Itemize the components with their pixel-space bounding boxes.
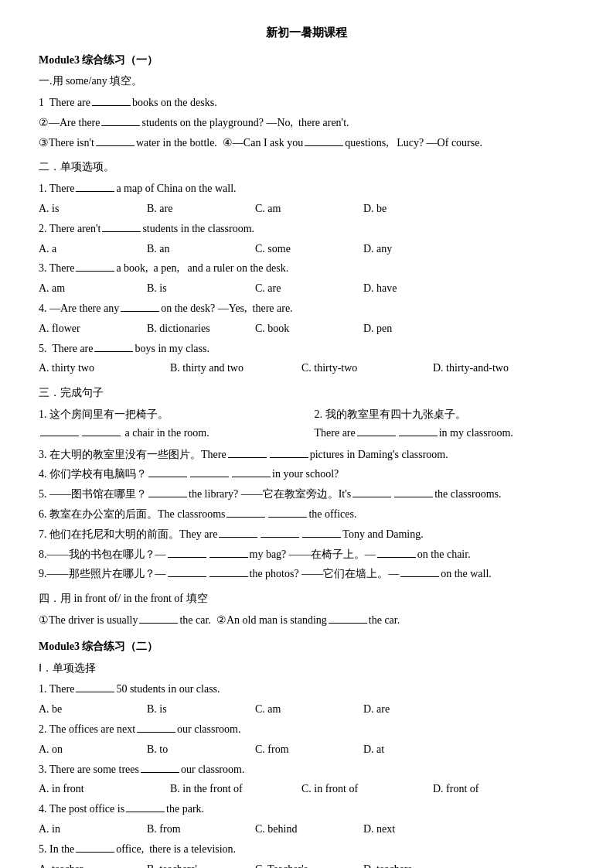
q1-opts: A. is B. are C. am D. be	[39, 200, 574, 218]
module3-2-label: Module3 综合练习（二）	[39, 637, 574, 656]
blank-2-5[interactable]	[94, 341, 133, 352]
m2-section1-title: Ⅰ．单项选择	[39, 659, 574, 678]
m2-q1-opts: A. be B. is C. am D. are	[39, 700, 574, 719]
section4-content: ①The driver is usually the car. ②An old …	[39, 611, 574, 630]
m2-q5-text: 5. In the office, there is a television.	[39, 840, 574, 859]
s3-7: 7. 他们在托尼和大明的前面。They are Tony and Daming.	[39, 525, 574, 544]
section1-title: 一.用 some/any 填空。	[39, 72, 574, 91]
section1-item2: ②—Are there students on the playground? …	[39, 114, 574, 132]
m2-section1-content: 1. There 50 students in our class. A. be…	[39, 680, 574, 868]
s4-item1: ①The driver is usually the car. ②An old …	[39, 611, 574, 630]
blank-2-4[interactable]	[121, 301, 159, 312]
m2-q3-opts: A. in front B. in the front of C. in fro…	[39, 780, 574, 798]
module3-1-label: Module3 综合练习（一）	[39, 51, 574, 70]
q4-opts: A. flower B. dictionaries C. book D. pen	[39, 320, 574, 338]
m2-q2-opts: A. on B. to C. from D. at	[39, 740, 574, 759]
s3-6: 6. 教室在办公室的后面。The classrooms the offices.	[39, 505, 574, 524]
q5-text: 5. There are boys in my class.	[39, 340, 574, 358]
q3-opts: A. am B. is C. are D. have	[39, 279, 574, 298]
q2-opts: A. a B. an C. some D. any	[39, 240, 574, 258]
blank-1-3[interactable]	[96, 135, 135, 146]
blank-2-2[interactable]	[102, 221, 141, 232]
s3-1-en: a chair in the room.	[39, 424, 299, 443]
m2-q2-text: 2. The offices are next our classroom.	[39, 720, 574, 739]
s3-3: 3. 在大明的教室里没有一些图片。There pictures in Damin…	[39, 446, 574, 464]
m2-q1-text: 1. There 50 students in our class.	[39, 680, 574, 699]
q3-text: 3. There a book, a pen, and a ruler on t…	[39, 259, 574, 278]
s3-9: 9.——那些照片在哪儿？— the photos? ——它们在墙上。— on t…	[39, 565, 574, 583]
blank-1-2[interactable]	[101, 115, 140, 126]
blank-2-1[interactable]	[76, 181, 114, 192]
s3-4: 4. 你们学校有电脑吗？ in your school?	[39, 465, 574, 484]
m2-q4-text: 4. The post office is the park.	[39, 800, 574, 818]
m2-q5-opts: A. teacher B. teachers' C. Teacher's D. …	[39, 860, 574, 868]
section3-content: 1. 这个房间里有一把椅子。 a chair in the room. 2. 我…	[39, 405, 574, 583]
section2-content: 1. There a map of China on the wall. A. …	[39, 179, 574, 378]
section1-content: 1 There are books on the desks. ②—Are th…	[39, 94, 574, 152]
q1-text: 1. There a map of China on the wall.	[39, 179, 574, 198]
blank-1-1[interactable]	[92, 95, 131, 106]
q2-text: 2. There aren't students in the classroo…	[39, 220, 574, 238]
m2-q3-text: 3. There are some trees our classroom.	[39, 760, 574, 779]
s3-2-en: There are in my classroom.	[315, 424, 575, 443]
q4-text: 4. —Are there any on the desk? —Yes, the…	[39, 299, 574, 318]
s3-5: 5. ——图书馆在哪里？ the library? ——它在教室旁边。It's …	[39, 485, 574, 504]
page-title: 新初一暑期课程	[39, 23, 574, 43]
s3-8: 8.——我的书包在哪儿？— my bag? ——在椅子上。— on the ch…	[39, 545, 574, 564]
blank-1-4[interactable]	[305, 135, 343, 146]
section1-item1: 1 There are books on the desks.	[39, 94, 574, 112]
section3-title: 三．完成句子	[39, 384, 574, 402]
s3-row1: 1. 这个房间里有一把椅子。 a chair in the room. 2. 我…	[39, 405, 574, 444]
section2-title: 二．单项选项。	[39, 158, 574, 176]
m2-q4-opts: A. in B. from C. behind D. next	[39, 820, 574, 839]
blank-2-3[interactable]	[76, 261, 114, 272]
section4-title: 四．用 in front of/ in the front of 填空	[39, 589, 574, 608]
q5-opts: A. thirty two B. thirty and two C. thirt…	[39, 359, 574, 378]
s3-2-cn: 2. 我的教室里有四十九张桌子。	[315, 405, 575, 424]
section1-item3: ③There isn't water in the bottle. ④—Can …	[39, 134, 574, 152]
s3-1-cn: 1. 这个房间里有一把椅子。	[39, 405, 299, 424]
